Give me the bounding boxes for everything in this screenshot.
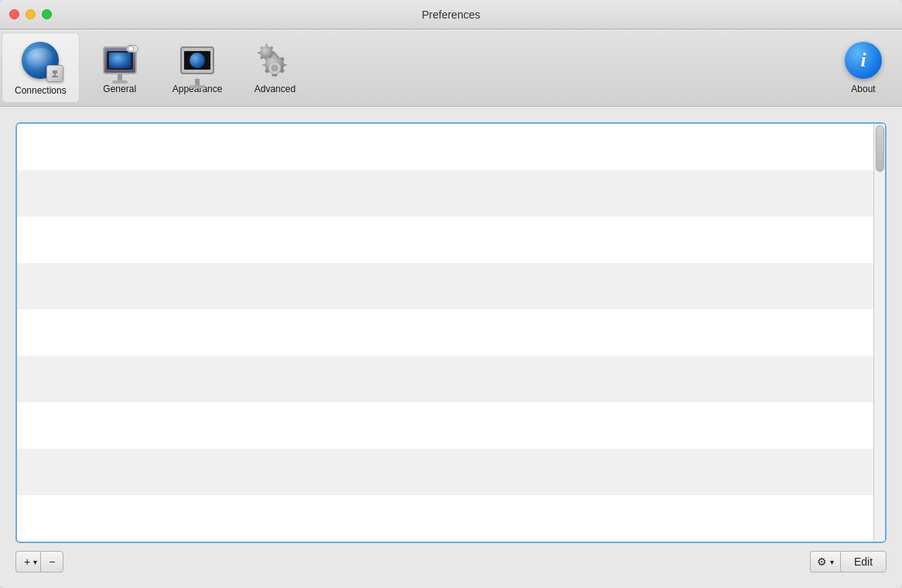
monitor-base xyxy=(112,80,128,84)
add-remove-group: + ▾ − xyxy=(15,551,63,573)
tab-advanced[interactable]: Advanced xyxy=(237,32,312,103)
minus-icon: − xyxy=(49,556,55,568)
tab-about[interactable]: i About xyxy=(826,32,900,103)
window-title: Preferences xyxy=(422,9,480,21)
about-icon: i xyxy=(845,42,882,79)
tab-general-label: General xyxy=(103,84,136,94)
appearance-base xyxy=(190,85,205,88)
toggle-dot xyxy=(128,46,134,52)
appearance-monitor xyxy=(180,46,214,74)
bottom-bar: + ▾ − ⚙ ▾ Edit xyxy=(15,543,887,573)
maximize-button[interactable] xyxy=(42,9,52,19)
appearance-stand xyxy=(195,79,200,85)
appearance-globe xyxy=(190,53,205,68)
tab-appearance[interactable]: Appearance xyxy=(160,32,235,103)
titlebar: Preferences xyxy=(0,0,902,29)
svg-point-5 xyxy=(272,65,278,71)
add-button[interactable]: + ▾ xyxy=(15,551,40,573)
info-letter: i xyxy=(860,49,866,72)
gear-icon: ⚙ xyxy=(817,556,827,568)
gear-button[interactable]: ⚙ ▾ xyxy=(810,551,840,573)
toolbar: Connections General xyxy=(0,29,902,107)
tab-connections[interactable]: Connections xyxy=(2,32,80,103)
close-button[interactable] xyxy=(9,9,19,19)
main-content: + ▾ − ⚙ ▾ Edit xyxy=(0,107,902,588)
monitor-screen-content xyxy=(109,53,131,68)
svg-rect-2 xyxy=(52,76,58,77)
edit-label: Edit xyxy=(854,556,873,568)
advanced-icon xyxy=(256,42,293,79)
list-item xyxy=(17,124,885,170)
remove-button[interactable]: − xyxy=(40,551,63,573)
tab-connections-label: Connections xyxy=(15,85,67,96)
tab-about-label: About xyxy=(851,84,875,94)
add-icon: + xyxy=(24,556,30,568)
scrollbar-thumb[interactable] xyxy=(876,125,884,172)
list-item xyxy=(17,263,885,309)
connections-list[interactable] xyxy=(15,122,887,543)
tab-advanced-label: Advanced xyxy=(255,84,296,94)
list-item xyxy=(17,170,885,217)
appearance-screen xyxy=(184,51,210,70)
svg-rect-0 xyxy=(53,70,57,74)
list-item xyxy=(17,217,885,263)
list-item xyxy=(17,449,885,495)
usb-icon xyxy=(46,65,63,82)
appearance-icon xyxy=(179,42,216,79)
gear-edit-group: ⚙ ▾ Edit xyxy=(810,551,887,573)
preferences-window: Preferences Connections xyxy=(0,0,902,588)
toggle-badge xyxy=(126,45,138,53)
gear-chevron-icon: ▾ xyxy=(830,558,834,566)
toolbar-spacer xyxy=(313,29,825,106)
list-item xyxy=(17,402,885,449)
monitor-screen xyxy=(107,51,133,70)
general-icon xyxy=(101,42,138,79)
edit-button[interactable]: Edit xyxy=(840,551,887,573)
tab-general[interactable]: General xyxy=(83,32,157,103)
list-item xyxy=(17,356,885,402)
connections-icon xyxy=(20,40,60,80)
list-item xyxy=(17,309,885,356)
add-chevron-icon: ▾ xyxy=(33,558,37,566)
window-controls xyxy=(9,9,52,19)
minimize-button[interactable] xyxy=(26,9,36,19)
scrollbar-track[interactable] xyxy=(873,124,885,542)
monitor-stand xyxy=(118,74,122,80)
